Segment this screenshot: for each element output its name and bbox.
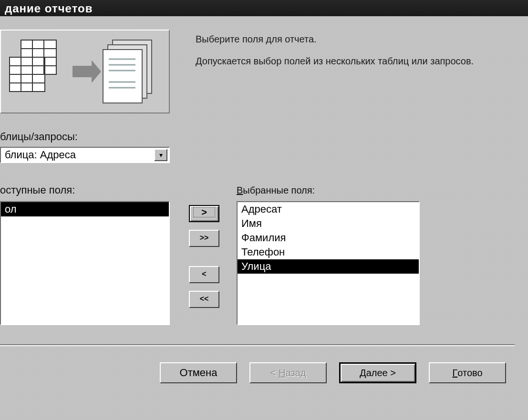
available-fields-listbox[interactable]: ол [0,201,170,325]
wizard-banner [0,30,170,113]
wizard-illustration-icon [7,38,159,105]
selected-fields-label: Выбранные поля: [237,184,315,196]
tables-queries-combo[interactable]: блица: Адреса ▾ [0,147,170,163]
separator [0,344,515,346]
finish-button[interactable]: Готово [429,362,506,383]
wizard-instructions: Выберите поля для отчета. Допускается вы… [196,32,499,68]
tables-queries-label: блицы/запросы: [0,131,78,143]
finish-rest: отово [457,368,482,379]
list-item[interactable]: Телефон [238,245,419,259]
back-hotkey: Н [279,368,285,379]
combo-value: блица: Адреса [1,149,154,161]
client-area: Выберите поля для отчета. Допускается вы… [0,16,528,420]
instruction-line-2: Допускается выбор полей из нескольких та… [196,54,499,68]
cancel-button[interactable]: Отмена [160,362,237,383]
svg-rect-8 [72,66,92,77]
add-field-button[interactable]: > [189,205,219,222]
selected-fields-listbox[interactable]: АдресатИмяФамилияТелефонУлица [237,201,420,325]
next-rest: алее > [366,368,396,379]
list-item[interactable]: Фамилия [238,231,419,245]
next-button[interactable]: Далее > [339,362,416,383]
selected-label-rest: ыбранные поля: [243,185,315,195]
finish-hotkey: Г [452,368,457,379]
next-hotkey: Д [360,368,366,379]
selected-label-hotkey: В [237,185,243,195]
remove-all-fields-button[interactable]: << [189,291,219,308]
add-all-fields-button[interactable]: >> [189,230,219,247]
nav-buttons: Отмена < Назад Далее > Готово [0,362,515,389]
back-lt: < [270,368,276,379]
svg-marker-9 [92,60,101,83]
list-item[interactable]: Имя [238,216,419,231]
back-rest: азад [286,368,306,379]
list-item[interactable]: Улица [238,259,419,274]
instruction-line-1: Выберите поля для отчета. [196,32,499,46]
window-title: дание отчетов [0,0,528,16]
list-item[interactable]: Адресат [238,202,419,216]
list-item[interactable]: ол [1,202,169,216]
chevron-down-icon[interactable]: ▾ [154,149,167,161]
remove-field-button[interactable]: < [189,266,219,283]
svg-rect-2 [103,50,142,103]
available-fields-label: оступные поля: [0,184,75,196]
back-button: < Назад [249,362,327,383]
